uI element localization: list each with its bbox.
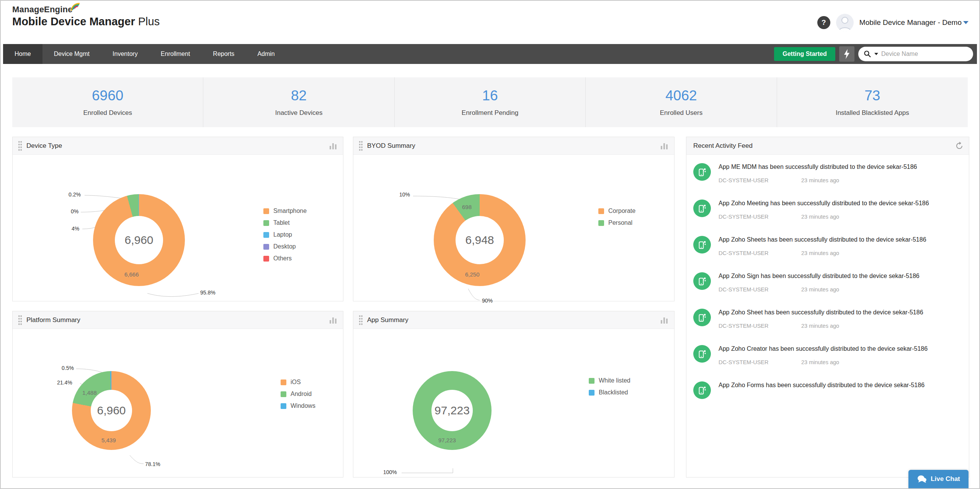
feed-item[interactable]: App Zoho Sheet has been successfully dis… [686, 300, 969, 337]
chart-type-button[interactable] [329, 316, 338, 324]
feed-time: 23 minutes ago [801, 214, 839, 220]
nav-item-inventory[interactable]: Inventory [101, 44, 149, 64]
bar-chart-icon [660, 316, 669, 324]
legend-swatch [263, 208, 269, 214]
label-corporate-value: 6,250 [465, 271, 480, 278]
stat-inactive-devices[interactable]: 82 Inactive Devices [203, 77, 394, 127]
feed-time: 23 minutes ago [801, 323, 839, 329]
byod-donut[interactable] [434, 194, 526, 286]
live-chat-label: Live Chat [931, 475, 960, 483]
search-scope-caret-icon[interactable] [874, 53, 878, 55]
quick-actions-button[interactable] [839, 46, 854, 62]
legend-item-desktop[interactable]: Desktop [263, 243, 307, 250]
app-distribution-icon [693, 272, 711, 290]
feed-user: DC-SYSTEM-USER [719, 250, 801, 256]
label-personal-pct: 10% [399, 191, 410, 198]
account-menu[interactable]: Mobile Device Manager - Demo [859, 18, 969, 27]
feed-time: 23 minutes ago [801, 286, 839, 293]
legend-item-tablet[interactable]: Tablet [263, 219, 307, 226]
stat-enrolled-devices[interactable]: 6960 Enrolled Devices [12, 77, 203, 127]
callout-lines [353, 329, 675, 478]
feed-item[interactable]: App Zoho Sheets has been successfully di… [686, 227, 969, 264]
legend-item-laptop[interactable]: Laptop [263, 231, 307, 238]
nav-item-enrollment[interactable]: Enrollment [149, 44, 201, 64]
chevron-down-icon [963, 21, 969, 24]
legend-item-smartphone[interactable]: Smartphone [263, 208, 307, 214]
drag-handle-icon[interactable] [359, 141, 363, 151]
feed-item[interactable]: App Zoho Forms has been successfully dis… [686, 373, 969, 403]
drag-handle-icon[interactable] [359, 315, 363, 325]
legend-swatch [281, 379, 286, 385]
legend-swatch [263, 220, 269, 226]
stat-installed-blacklisted-apps[interactable]: 73 Installed Blacklisted Apps [777, 77, 968, 127]
brand-logo: ManageEngine Mobile Device Manager Plus [12, 5, 160, 28]
byod-legend: Corporate Personal [598, 208, 635, 231]
legend-swatch [598, 220, 604, 226]
chart-type-button[interactable] [660, 316, 669, 324]
feed-user: DC-SYSTEM-USER [719, 359, 801, 365]
label-whitelisted-value: 97,223 [438, 437, 456, 443]
legend-item-others[interactable]: Others [263, 255, 307, 262]
label-smartphone-pct: 95.8% [200, 289, 216, 296]
feed-item[interactable]: App Zoho Meeting has been successfully d… [686, 191, 969, 227]
search-icon[interactable] [864, 50, 871, 58]
legend-item-ios[interactable]: iOS [281, 379, 315, 386]
help-icon[interactable]: ? [817, 16, 830, 29]
legend-item-personal[interactable]: Personal [598, 219, 635, 226]
stat-enrollment-pending[interactable]: 16 Enrollment Pending [394, 77, 585, 127]
live-chat-button[interactable]: Live Chat [908, 470, 969, 488]
nav-item-home[interactable]: Home [3, 44, 42, 64]
brand-product-name: Mobile Device Manager Plus [12, 15, 160, 28]
legend-swatch [589, 390, 595, 396]
label-whitelisted-pct: 100% [383, 469, 397, 475]
feed-time: 23 minutes ago [801, 177, 839, 183]
nav-item-reports[interactable]: Reports [201, 44, 246, 64]
manageengine-swoosh-icon [70, 2, 80, 13]
feed-item[interactable]: App ME MDM has been successfully distrib… [686, 155, 969, 191]
label-android-value: 1,488 [82, 389, 97, 396]
legend-swatch [263, 256, 269, 262]
stat-enrolled-users[interactable]: 4062 Enrolled Users [585, 77, 776, 127]
legend-swatch [281, 391, 286, 397]
app-distribution-icon [693, 236, 711, 253]
activity-feed-list: App ME MDM has been successfully distrib… [686, 155, 969, 477]
feed-item[interactable]: App Zoho Sign has been successfully dist… [686, 264, 969, 300]
byod-summary-card: BYOD Summary 6,948 10% 698 6,250 90% Cor… [353, 137, 675, 301]
legend-item-windows[interactable]: Windows [281, 402, 315, 409]
refresh-icon [955, 142, 964, 150]
drag-handle-icon[interactable] [18, 141, 22, 151]
lightning-bolt-icon [843, 49, 850, 59]
brand-manageengine: ManageEngine [12, 5, 73, 15]
chart-type-button[interactable] [329, 142, 338, 150]
app-summary-card: App Summary 97,223 97,223 100% White lis… [353, 311, 675, 478]
nav-item-admin[interactable]: Admin [246, 44, 286, 64]
legend-item-whitelisted[interactable]: White listed [589, 377, 630, 384]
nav-item-device-mgmt[interactable]: Device Mgmt [42, 44, 101, 64]
chart-type-button[interactable] [660, 142, 669, 150]
bar-chart-icon [329, 142, 338, 150]
legend-swatch [263, 244, 269, 250]
label-laptop-pct: 0.2% [69, 191, 81, 198]
label-windows-pct: 0.5% [62, 365, 74, 371]
search-input[interactable] [881, 51, 958, 57]
legend-swatch [598, 208, 604, 214]
legend-item-corporate[interactable]: Corporate [598, 208, 635, 214]
avatar[interactable] [836, 14, 854, 31]
label-desktop-pct: 0% [71, 208, 78, 214]
drag-handle-icon[interactable] [18, 315, 22, 325]
card-title-device-type: Device Type [26, 142, 62, 150]
legend-item-blacklisted[interactable]: Blacklisted [589, 389, 630, 396]
label-ios-value: 5,439 [101, 437, 116, 443]
legend-swatch [263, 232, 269, 238]
bar-chart-icon [660, 142, 669, 150]
feed-item[interactable]: App Zoho Creator has been successfully d… [686, 337, 969, 373]
getting-started-button[interactable]: Getting Started [774, 47, 835, 61]
refresh-button[interactable] [955, 142, 964, 150]
app-distribution-icon [693, 345, 711, 363]
summary-stats-strip: 6960 Enrolled Devices 82 Inactive Device… [12, 77, 968, 127]
card-title-app: App Summary [367, 316, 408, 324]
feed-user: DC-SYSTEM-USER [719, 323, 801, 329]
device-type-donut[interactable] [93, 194, 185, 286]
chat-bubbles-icon [917, 475, 927, 483]
legend-item-android[interactable]: Android [281, 391, 315, 397]
